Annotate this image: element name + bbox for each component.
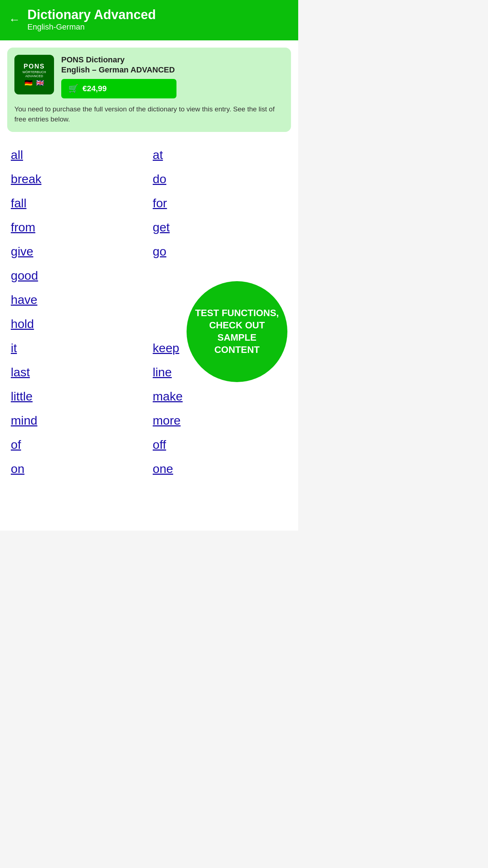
word-link[interactable]: do [153, 172, 166, 186]
word-link[interactable]: one [153, 462, 173, 475]
word-link[interactable]: of [11, 438, 21, 451]
list-item: one [149, 457, 291, 481]
word-link[interactable]: have [11, 293, 37, 306]
list-item: have [7, 288, 149, 312]
list-item: mind [7, 408, 149, 433]
list-item: last [7, 360, 149, 384]
wort-logo-text: WÖRTERBUCHADVANCED [22, 70, 46, 78]
word-link[interactable]: little [11, 389, 32, 403]
back-button[interactable]: ← [9, 14, 20, 25]
word-link[interactable]: fall [11, 196, 26, 210]
list-item: from [7, 215, 149, 239]
page-title: Dictionary Advanced [27, 7, 156, 22]
word-link[interactable]: for [153, 196, 167, 210]
dict-name: PONS Dictionary [61, 55, 284, 65]
list-item: it [7, 336, 149, 360]
header-text-block: Dictionary Advanced English-German [27, 7, 156, 32]
list-item: make [149, 384, 291, 408]
word-link[interactable]: break [11, 172, 41, 186]
list-item: at [149, 143, 291, 167]
list-item: hold [7, 312, 149, 336]
word-link[interactable]: off [153, 438, 166, 451]
list-item: off [149, 433, 291, 457]
list-item: break [7, 167, 149, 191]
list-item: good [7, 264, 149, 288]
dictionary-card: PONS WÖRTERBUCHADVANCED 🇩🇪 🇬🇧 PONS Dicti… [7, 48, 291, 132]
buy-button[interactable]: 🛒 €24,99 [61, 79, 176, 98]
word-link[interactable]: mind [11, 413, 37, 427]
flag-de: 🇩🇪 [23, 79, 33, 87]
page-subtitle: English-German [27, 22, 156, 32]
word-link[interactable]: from [11, 220, 35, 234]
dict-logo: PONS WÖRTERBUCHADVANCED 🇩🇪 🇬🇧 [14, 55, 54, 94]
word-link[interactable]: good [11, 269, 38, 282]
list-item: give [7, 239, 149, 264]
word-link[interactable]: line [153, 365, 172, 379]
word-link[interactable]: go [153, 244, 166, 258]
word-link[interactable]: it [11, 341, 17, 355]
list-item: get [149, 215, 291, 239]
badge-text: TEST FUNCTIONS, CHECK OUT SAMPLE CONTENT [187, 300, 287, 363]
word-link[interactable]: last [11, 365, 30, 379]
dict-variant: English – German ADVANCED [61, 65, 284, 75]
list-item: for [149, 191, 291, 215]
list-item: little [7, 384, 149, 408]
list-item: on [7, 457, 149, 481]
word-link[interactable]: keep [153, 341, 179, 355]
cart-icon: 🛒 [68, 84, 78, 93]
price-label: €24,99 [82, 84, 107, 93]
app-header: ← Dictionary Advanced English-German [0, 0, 298, 40]
word-link[interactable]: on [11, 462, 24, 475]
dict-info: PONS Dictionary English – German ADVANCE… [61, 55, 284, 98]
list-item: all [7, 143, 149, 167]
list-item: more [149, 408, 291, 433]
pons-logo-text: PONS [23, 63, 45, 70]
word-link[interactable]: at [153, 148, 163, 161]
list-item: go [149, 239, 291, 264]
word-link[interactable]: hold [11, 317, 34, 331]
word-link[interactable]: all [11, 148, 23, 161]
flag-container: 🇩🇪 🇬🇧 [23, 79, 45, 87]
dict-card-top: PONS WÖRTERBUCHADVANCED 🇩🇪 🇬🇧 PONS Dicti… [14, 55, 284, 98]
sample-content-badge[interactable]: TEST FUNCTIONS, CHECK OUT SAMPLE CONTENT [187, 281, 287, 382]
list-item: do [149, 167, 291, 191]
word-link[interactable]: get [153, 220, 170, 234]
dict-notice: You need to purchase the full version of… [14, 104, 284, 125]
list-item: fall [7, 191, 149, 215]
list-item: of [7, 433, 149, 457]
word-link[interactable]: more [153, 413, 180, 427]
word-link[interactable]: give [11, 244, 33, 258]
word-link[interactable]: make [153, 389, 183, 403]
flag-gb: 🇬🇧 [35, 79, 45, 87]
